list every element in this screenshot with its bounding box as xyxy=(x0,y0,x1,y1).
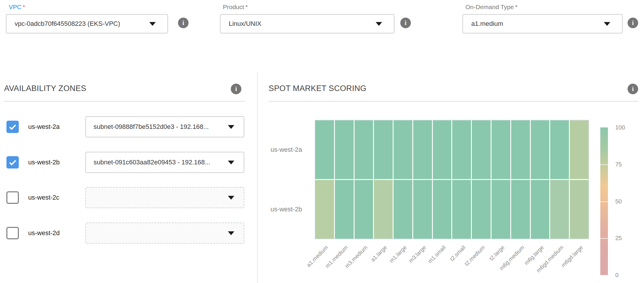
required-asterisk: * xyxy=(245,4,248,10)
zone-subnet-value: subnet-091c603aa82e09453 - 192.168... xyxy=(94,159,210,166)
availability-zones-title: AVAILABILITY ZONES xyxy=(4,84,86,93)
heatmap-cell-us-west-2b-t2.large[interactable] xyxy=(492,180,510,239)
heatmap-cell-us-west-2a-m6gd.medium[interactable] xyxy=(550,120,569,179)
product-selected-value: Linux/UNIX xyxy=(229,20,261,28)
heatmap-cell-us-west-2b-m6gd.medium[interactable] xyxy=(550,180,569,239)
chevron-down-icon xyxy=(228,161,234,164)
heatmap-cell-us-west-2a-m6g.large[interactable] xyxy=(531,120,550,179)
zone-row-us-west-2c: us-west-2c xyxy=(0,187,257,208)
heatmap-row-label-us-west-2b: us-west-2b xyxy=(252,205,302,213)
colorbar-tick-label-100: 100 xyxy=(615,124,625,131)
zone-subnet-select-us-west-2c[interactable] xyxy=(85,187,244,208)
info-icon[interactable]: i xyxy=(628,18,638,28)
heatmap-cell-us-west-2b-m1.large[interactable] xyxy=(394,180,412,239)
zone-label: us-west-2c xyxy=(28,187,59,208)
vpc-label-text: VPC xyxy=(9,4,21,10)
chevron-down-icon xyxy=(149,22,156,26)
heatmap-cell-us-west-2b-m6g.medium[interactable] xyxy=(511,180,530,239)
info-icon[interactable]: i xyxy=(231,84,241,94)
vpc-select[interactable]: vpc-0adcb70f645508223 (EKS-VPC) xyxy=(6,14,168,33)
availability-zones-divider xyxy=(4,101,245,102)
heatmap-cell-us-west-2b-m6g.large[interactable] xyxy=(531,180,550,239)
zone-checkbox-us-west-2a[interactable] xyxy=(6,121,19,133)
heatmap-cell-us-west-2a-m1.small[interactable] xyxy=(433,120,452,179)
heatmap-cell-us-west-2a-a1.medium[interactable] xyxy=(315,120,334,179)
heatmap-cell-us-west-2a-m1.medium[interactable] xyxy=(335,120,354,179)
heatmap-col-label-m3.large: m3.large xyxy=(408,244,428,264)
product-field: Product* Linux/UNIX i xyxy=(220,4,394,33)
zone-label: us-west-2b xyxy=(28,152,60,173)
product-label-text: Product xyxy=(223,4,244,10)
heatmap-col-label-a1.large: a1.large xyxy=(370,244,388,263)
heatmap-cell-us-west-2a-m1.large[interactable] xyxy=(394,120,412,179)
heatmap-cell-us-west-2b-a1.medium[interactable] xyxy=(315,180,334,239)
heatmap-cell-us-west-2b-m6gd.large[interactable] xyxy=(570,180,589,239)
zone-subnet-select-us-west-2d[interactable] xyxy=(85,223,244,244)
zone-subnet-value: subnet-09888f7be5152d0e3 - 192.168... xyxy=(94,123,209,131)
vpc-selected-value: vpc-0adcb70f645508223 (EKS-VPC) xyxy=(15,20,120,28)
vpc-label: VPC* xyxy=(9,4,168,11)
zone-row-us-west-2a: us-west-2asubnet-09888f7be5152d0e3 - 192… xyxy=(0,116,257,137)
heatmap-col-label-t2.medium: t2.medium xyxy=(463,244,486,267)
colorbar-tick-label-75: 75 xyxy=(615,161,622,168)
info-icon[interactable]: i xyxy=(628,84,638,94)
heatmap-row-label-us-west-2a: us-west-2a xyxy=(252,146,302,154)
heatmap-cell-us-west-2a-m3.medium[interactable] xyxy=(355,120,373,179)
checkmark-icon xyxy=(8,157,18,167)
chevron-down-icon xyxy=(228,196,234,200)
heatmap-cell-us-west-2a-m6gd.large[interactable] xyxy=(570,120,589,179)
heatmap-col-label-t2.large: t2.large xyxy=(488,244,506,262)
zone-label: us-west-2a xyxy=(28,116,60,137)
colorbar-tick-line xyxy=(600,201,608,202)
colorbar-tick-line xyxy=(600,238,608,239)
colorbar-tick-label-25: 25 xyxy=(615,235,622,242)
on-demand-type-field: On-Demand Type* a1.medium i xyxy=(462,4,623,33)
colorbar-tick-line xyxy=(600,164,608,165)
product-select[interactable]: Linux/UNIX xyxy=(220,14,394,33)
heatmap-cell-us-west-2b-m3.medium[interactable] xyxy=(355,180,373,239)
colorbar-tick-label-0: 0 xyxy=(615,272,618,279)
heatmap-colorbar xyxy=(600,127,608,275)
heatmap-col-label-m1.large: m1.large xyxy=(388,244,408,264)
colorbar-tick-label-50: 50 xyxy=(615,198,622,205)
vpc-field: VPC* vpc-0adcb70f645508223 (EKS-VPC) i xyxy=(6,4,168,33)
heatmap-cell-us-west-2b-m1.small[interactable] xyxy=(433,180,452,239)
heatmap-cell-us-west-2a-m3.large[interactable] xyxy=(413,120,432,179)
zone-subnet-select-us-west-2b[interactable]: subnet-091c603aa82e09453 - 192.168... xyxy=(85,152,244,173)
chevron-down-icon xyxy=(376,22,382,26)
info-icon[interactable]: i xyxy=(178,18,189,28)
heatmap-cell-us-west-2b-t2.small[interactable] xyxy=(452,180,471,239)
required-asterisk: * xyxy=(515,4,517,10)
zone-checkbox-us-west-2b[interactable] xyxy=(6,156,19,169)
chevron-down-icon xyxy=(604,22,610,26)
zone-label: us-west-2d xyxy=(28,223,60,244)
zone-subnet-select-us-west-2a[interactable]: subnet-09888f7be5152d0e3 - 192.168... xyxy=(85,116,244,137)
heatmap-cell-us-west-2a-t2.large[interactable] xyxy=(492,120,510,179)
heatmap-cell-us-west-2b-a1.large[interactable] xyxy=(374,180,393,239)
zone-checkbox-us-west-2d[interactable] xyxy=(6,227,19,239)
on-demand-type-selected-value: a1.medium xyxy=(471,20,503,28)
chevron-down-icon xyxy=(228,125,234,129)
heatmap-cell-us-west-2b-m1.medium[interactable] xyxy=(335,180,354,239)
section-vertical-divider xyxy=(257,72,258,283)
zone-row-us-west-2b: us-west-2bsubnet-091c603aa82e09453 - 192… xyxy=(0,152,257,173)
heatmap-col-label-m1.small: m1.small xyxy=(427,244,447,265)
spot-market-scoring-divider xyxy=(269,101,638,102)
product-label: Product* xyxy=(223,4,394,11)
info-icon[interactable]: i xyxy=(400,18,411,28)
spot-market-heatmap xyxy=(315,120,589,239)
heatmap-cell-us-west-2a-t2.medium[interactable] xyxy=(472,120,491,179)
required-asterisk: * xyxy=(23,4,25,10)
zone-checkbox-us-west-2c[interactable] xyxy=(6,191,19,204)
heatmap-cell-us-west-2a-t2.small[interactable] xyxy=(452,120,471,179)
on-demand-type-select[interactable]: a1.medium xyxy=(462,14,623,33)
on-demand-type-label-text: On-Demand Type xyxy=(465,4,514,10)
heatmap-cell-us-west-2a-a1.large[interactable] xyxy=(374,120,393,179)
spot-market-scoring-title: SPOT MARKET SCORING xyxy=(269,84,367,93)
heatmap-cell-us-west-2b-m3.large[interactable] xyxy=(413,180,432,239)
checkmark-icon xyxy=(8,122,18,132)
heatmap-col-label-t2.small: t2.small xyxy=(449,244,467,262)
spot-instance-config-page: VPC* vpc-0adcb70f645508223 (EKS-VPC) i P… xyxy=(0,0,644,283)
heatmap-cell-us-west-2b-t2.medium[interactable] xyxy=(472,180,491,239)
heatmap-cell-us-west-2a-m6g.medium[interactable] xyxy=(511,120,530,179)
